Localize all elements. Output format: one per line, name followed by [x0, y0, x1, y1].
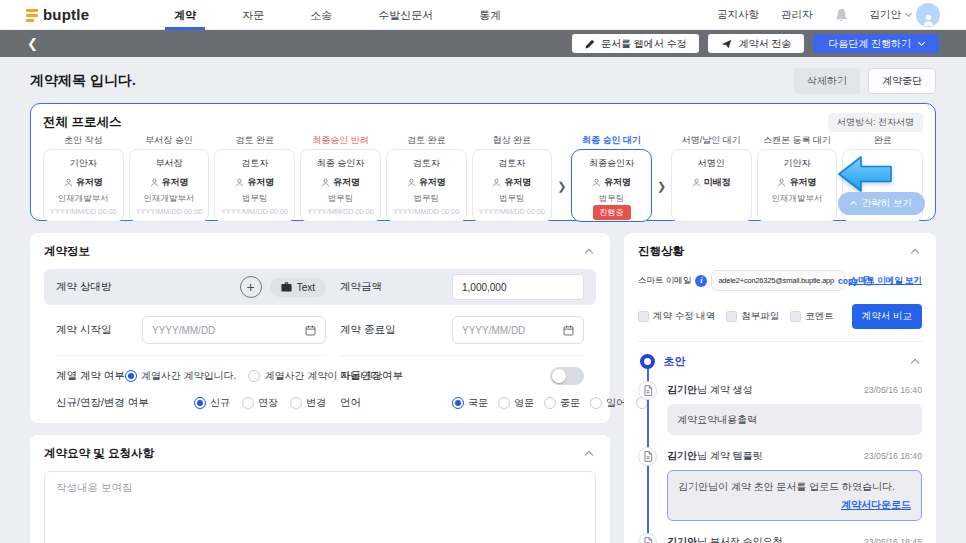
document-icon: [638, 381, 657, 400]
collapse-progress-button[interactable]: [908, 245, 922, 259]
step-role: 서명인: [698, 157, 725, 170]
collapse-summary-button[interactable]: [582, 447, 596, 461]
step-card: 부서장유저명인재개발부서YYYY/MM/DD 00:00: [129, 149, 210, 222]
language-option[interactable]: 영문: [498, 396, 534, 410]
nav-item[interactable]: 소송: [287, 0, 355, 30]
process-step: 협상 완료검토자유저명법무팀YYYY/MM/DD 00:00: [472, 133, 553, 222]
view-smart-email-link[interactable]: 스마트 이메일 보기: [849, 275, 922, 287]
step-department: 법무팀: [242, 193, 268, 205]
end-date-input[interactable]: YYYY/MM/DD: [452, 316, 584, 344]
radio-unselected-icon[interactable]: [242, 397, 254, 409]
language-option[interactable]: 중문: [544, 396, 580, 410]
progress-card: 진행상황 스마트 이메일 i adele2+con26325@smail.bup…: [624, 233, 936, 543]
step-user: 유저명: [321, 176, 360, 189]
radio-unselected-icon[interactable]: [248, 370, 260, 382]
checkbox-icon[interactable]: [726, 311, 737, 322]
compare-contract-button[interactable]: 계약서 비교: [852, 304, 922, 329]
contract-type-option[interactable]: 연장: [242, 396, 278, 410]
smart-email-value: adele2+con26325@smail.buptle.app: [718, 276, 834, 285]
collapse-contract-info-button[interactable]: [582, 245, 596, 259]
add-party-button[interactable]: +: [240, 276, 262, 298]
step-label: 최종 승인 대기: [571, 133, 652, 148]
history-filter-checkbox[interactable]: 첨부파일: [726, 310, 779, 323]
amount-label: 계약금액: [340, 280, 452, 294]
language-option[interactable]: 국문: [452, 396, 488, 410]
person-icon: [235, 178, 244, 187]
timeline-message: 계약요약내용출력: [667, 404, 922, 435]
abort-contract-button[interactable]: 계약중단: [868, 68, 936, 94]
history-filter-checkbox[interactable]: 코멘트: [790, 310, 834, 323]
person-icon: [321, 178, 330, 187]
checkbox-icon[interactable]: [790, 311, 801, 322]
affiliate-option[interactable]: 계열사간 계약입니다.: [125, 369, 237, 383]
document-glyph-icon: [643, 451, 653, 462]
timeline-message: 김기안님이 계약 초안 문서를 업로드 하였습니다.계약서다운로드: [667, 470, 922, 521]
brand-logo[interactable]: buptle: [26, 6, 89, 23]
process-panel: 전체 프로세스 서명방식: 전자서명 초안 작성기안자유저명인재개발부서YYYY…: [30, 103, 936, 221]
nav-item[interactable]: 자문: [219, 0, 287, 30]
summary-header: 계약요약 및 요청사항: [44, 446, 596, 461]
notification-bell-icon[interactable]: [835, 8, 848, 22]
contract-type-option[interactable]: 신규: [194, 396, 230, 410]
checkbox-icon[interactable]: [638, 311, 649, 322]
history-filter-checkbox[interactable]: 계약 수정 내역: [638, 310, 715, 323]
step-card: 검토자유저명법무팀YYYY/MM/DD 00:00: [386, 149, 467, 222]
affiliate-row: 계열 계약 여부 계열사간 계약입니다.계열사간 계약이 아닙니다. 자동연장여…: [44, 367, 596, 385]
step-department: 인재개발부서: [771, 193, 822, 205]
collapse-stage-button[interactable]: [908, 355, 922, 369]
info-icon[interactable]: i: [695, 275, 707, 287]
radio-selected-icon[interactable]: [194, 397, 206, 409]
send-contract-button[interactable]: 계약서 전송: [708, 34, 804, 53]
step-user: 유저명: [64, 176, 103, 189]
language-option-label: 일어: [606, 396, 626, 410]
nav-item[interactable]: 통계: [456, 0, 524, 30]
contract-download-link[interactable]: 계약서다운로드: [841, 499, 911, 510]
content-columns: 계약정보 계약 상대방 + Text 계약금액: [30, 233, 936, 543]
nav-item[interactable]: 계약: [151, 0, 219, 30]
document-toolbar: ❮ 문서를 웹에서 수정 계약서 전송 다음단계 진행하기: [0, 30, 966, 57]
language-option-label: 중문: [560, 396, 580, 410]
step-user: 유저명: [492, 176, 531, 189]
language-option[interactable]: 일어: [590, 396, 626, 410]
radio-unselected-icon[interactable]: [544, 397, 556, 409]
step-user: 유저명: [407, 176, 446, 189]
back-button[interactable]: ❮: [27, 37, 38, 50]
auto-renew-toggle[interactable]: [550, 367, 584, 385]
radio-unselected-icon[interactable]: [290, 397, 302, 409]
contract-info-card: 계약정보 계약 상대방 + Text 계약금액: [30, 233, 610, 423]
process-step: 서명/날인 대기서명인미배정: [671, 133, 752, 222]
delete-button[interactable]: 삭제하기: [794, 68, 860, 94]
user-name: 김기안: [870, 8, 902, 22]
history-filters: 계약 수정 내역첨부파일코멘트: [638, 310, 834, 323]
step-card: 최종승인자유저명법무팀진행중: [571, 149, 652, 222]
nav-right-links: 공지사항관리자: [717, 8, 813, 22]
nav-link[interactable]: 공지사항: [717, 8, 759, 22]
party-tag-button[interactable]: Text: [270, 278, 326, 297]
avatar[interactable]: [916, 3, 940, 27]
nav-item[interactable]: 수발신문서: [355, 0, 456, 30]
stage-dot-icon: [640, 354, 655, 369]
amount-input[interactable]: [452, 274, 584, 300]
chevron-down-icon: [918, 38, 925, 45]
process-step: 스캔본 등록 대기기안자유저명인재개발부서: [757, 133, 838, 222]
nav-link[interactable]: 관리자: [781, 8, 813, 22]
radio-unselected-icon[interactable]: [498, 397, 510, 409]
start-date-input[interactable]: YYYY/MM/DD: [142, 316, 326, 344]
language-label: 언어: [340, 396, 452, 410]
progress-title: 진행상황: [638, 244, 684, 259]
radio-unselected-icon[interactable]: [590, 397, 602, 409]
radio-selected-icon[interactable]: [125, 370, 137, 382]
timeline-entry: 김기안님 계약 생성23/05/16 16:40계약요약내용출력: [638, 383, 922, 435]
collapse-process-button[interactable]: 간략히 보기: [838, 192, 925, 215]
party-cell: 계약 상대방 + Text: [56, 276, 326, 298]
step-chevron-icon: ❯: [557, 181, 566, 192]
summary-textarea[interactable]: 작성내용 보여짐: [44, 471, 596, 543]
next-step-button[interactable]: 다음단계 진행하기: [813, 34, 939, 53]
radio-selected-icon[interactable]: [452, 397, 464, 409]
timeline: 초안 김기안님 계약 생성23/05/16 16:40계약요약내용출력김기안님 …: [638, 354, 922, 543]
contract-info-header: 계약정보: [44, 244, 596, 259]
contract-type-option[interactable]: 변경: [290, 396, 326, 410]
user-menu[interactable]: 김기안: [870, 3, 941, 27]
edit-in-web-button[interactable]: 문서를 웹에서 수정: [572, 34, 700, 53]
step-timestamp: YYYY/MM/DD 00:00: [479, 207, 546, 216]
